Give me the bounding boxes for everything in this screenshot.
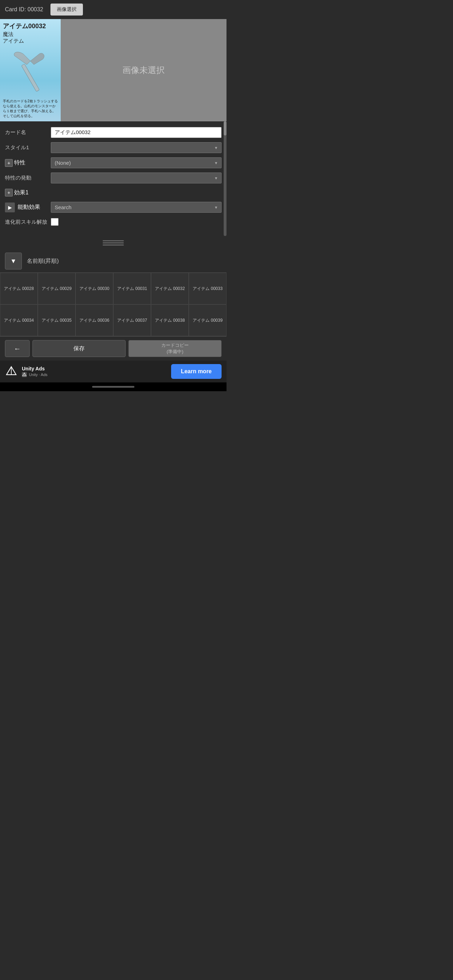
unity-logo [5,365,17,378]
divider-area [0,236,227,250]
trait-select-wrapper: (None) [51,158,222,168]
grid-card-2[interactable]: アイテム 00030 [75,273,113,304]
card-preview: アイテム00032 魔法 アイテム 手札のカードを2枚トラッシュするなら使える。… [0,19,61,121]
grid-card-10[interactable]: アイテム 00038 [151,304,189,336]
card-description: 手札のカードを2枚トラッシュするなら使える。山札のモンスターから１枚まで選び、手… [3,99,58,119]
unity-small-icon [22,372,27,377]
trait-row: + 特性 (None) [0,155,227,170]
pre-evo-row: 進化前スキル解放 [0,215,227,229]
grid-card-0[interactable]: アイテム 00028 [0,273,38,304]
card-name-input[interactable] [51,127,222,138]
grid-card-9[interactable]: アイテム 00037 [113,304,151,336]
card-type2: アイテム [3,38,58,45]
unity-ads-sub: Unity · Ads [22,372,48,377]
active-effect-select[interactable]: Search [51,202,222,213]
back-button[interactable]: ← [5,340,30,357]
image-select-button[interactable]: 画像選択 [51,3,83,16]
action-bar: ← 保存 カードコピー(準備中) [0,336,227,361]
pre-evo-checkbox[interactable] [51,218,59,226]
pre-evo-label: 進化前スキル解放 [5,219,51,226]
effect1-label-group: + 効果1 [5,189,51,196]
effect1-row: + 効果1 [0,186,227,200]
grid-card-11[interactable]: アイテム 00039 [189,304,227,336]
image-placeholder-text: 画像未選択 [122,65,165,76]
divider-line-1 [103,240,124,241]
effect1-label: 効果1 [14,189,29,196]
card-title: アイテム00032 [3,22,58,30]
divider-lines [103,240,124,245]
card-preview-row: アイテム00032 魔法 アイテム 手札のカードを2枚トラッシュするなら使える。… [0,19,227,121]
style1-row: スタイル1 [0,140,227,155]
grid-card-7[interactable]: アイテム 00035 [38,304,75,336]
grid-card-3[interactable]: アイテム 00031 [113,273,151,304]
card-id-bar: Card ID: 00032 画像選択 [0,0,227,19]
active-effect-label-group: ▶ 能動効果 [5,202,51,212]
ad-banner: Unity Ads Unity · Ads Learn more [0,361,227,382]
form-fields: カード名 スタイル1 + 特性 (None) [0,121,227,236]
card-id-text: Card ID: 00032 [5,6,43,13]
save-button[interactable]: 保存 [32,340,126,357]
active-effect-row: ▶ 能動効果 Search [0,200,227,215]
active-effect-play-button[interactable]: ▶ [5,202,15,212]
grid-card-4[interactable]: アイテム 00032 [151,273,189,304]
unity-ads-info: Unity Ads Unity · Ads [22,366,48,377]
trait-trigger-row: 特性の発動 [0,170,227,186]
svg-rect-0 [22,64,40,92]
trait-select[interactable]: (None) [51,158,222,168]
card-name-row: カード名 [0,125,227,140]
card-image-area [3,46,58,97]
trait-trigger-select[interactable] [51,172,222,183]
pickaxe-icon [11,49,50,95]
sort-bar: ▼ 名前順(昇順) [0,250,227,272]
trait-trigger-select-wrapper [51,172,222,183]
trait-plus-button[interactable]: + [5,159,13,167]
card-name-label: カード名 [5,129,51,136]
form-section: カード名 スタイル1 + 特性 (None) [0,121,227,236]
card-grid: アイテム 00028アイテム 00029アイテム 00030アイテム 00031… [0,272,227,336]
grid-card-5[interactable]: アイテム 00033 [189,273,227,304]
sort-direction-button[interactable]: ▼ [5,253,22,269]
card-type1: 魔法 [3,31,58,38]
style1-label: スタイル1 [5,144,51,151]
unity-logo-icon [5,365,17,378]
unity-ads-brand: Unity Ads [22,366,48,371]
sort-label: 名前順(昇順) [27,258,59,265]
trait-trigger-label: 特性の発動 [5,175,51,181]
trait-label: 特性 [14,159,25,167]
unity-ads-sub-label: Unity · Ads [29,372,48,377]
home-indicator [0,382,227,391]
copy-button[interactable]: カードコピー(準備中) [129,340,222,357]
style1-select-wrapper [51,142,222,153]
effect1-plus-button[interactable]: + [5,189,13,196]
form-scrollbar-thumb [224,121,227,135]
home-indicator-bar [92,386,134,388]
divider-line-3 [103,245,124,245]
style1-select[interactable] [51,142,222,153]
divider-line-2 [103,242,124,243]
grid-card-8[interactable]: アイテム 00036 [75,304,113,336]
active-effect-label: 能動効果 [17,204,40,211]
trait-label-group: + 特性 [5,159,51,167]
grid-card-6[interactable]: アイテム 00034 [0,304,38,336]
image-placeholder: 画像未選択 [61,19,227,121]
form-scrollbar[interactable] [224,121,227,236]
active-effect-select-wrapper: Search [51,202,222,213]
learn-more-button[interactable]: Learn more [171,364,222,379]
grid-card-1[interactable]: アイテム 00029 [38,273,75,304]
